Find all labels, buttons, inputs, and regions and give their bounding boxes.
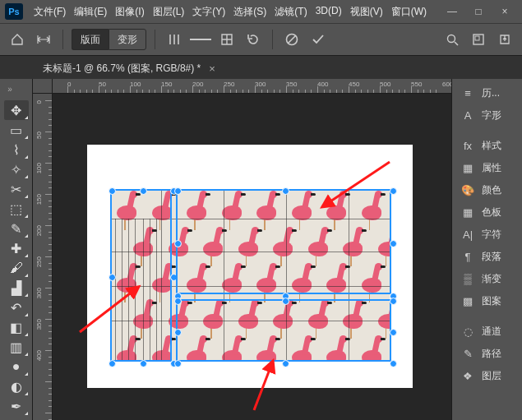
workspace-switcher-icon[interactable] xyxy=(468,29,489,50)
menu-item[interactable]: 选择(S) xyxy=(229,5,270,19)
lasso-tool[interactable]: ⌇ xyxy=(4,140,29,159)
ruler-vertical[interactable]: 050100150200250300350400 xyxy=(33,94,53,420)
svg-point-2 xyxy=(448,35,455,43)
panel-tab[interactable]: A|字符 xyxy=(452,224,522,246)
ruler-origin[interactable] xyxy=(33,79,53,94)
transform-handle[interactable] xyxy=(140,360,147,367)
panel-label: 色板 xyxy=(482,205,501,219)
panel-tab[interactable]: ◌通道 xyxy=(452,321,522,343)
transform-handle[interactable] xyxy=(109,274,116,281)
stamp-tool[interactable]: ▟ xyxy=(4,278,29,298)
toolbox: » ✥▭⌇✧✂⬚✎✚🖌▟↶◧▥●◐✒ xyxy=(0,79,33,420)
window-close-button[interactable]: × xyxy=(499,6,510,17)
rows-icon[interactable] xyxy=(190,29,211,50)
reset-icon[interactable] xyxy=(243,29,264,50)
transform-handle[interactable] xyxy=(174,240,182,247)
canvas-viewport[interactable] xyxy=(53,94,451,420)
panel-tab[interactable]: fx样式 xyxy=(452,135,522,157)
magic-wand-tool[interactable]: ✧ xyxy=(4,159,29,179)
columns-icon[interactable] xyxy=(164,29,185,50)
transform-handle[interactable] xyxy=(390,329,397,336)
menu-item[interactable]: 文件(F) xyxy=(30,5,70,19)
menu-item[interactable]: 文字(Y) xyxy=(188,5,229,19)
healing-tool[interactable]: ✚ xyxy=(4,238,29,258)
transform-controls-icon[interactable] xyxy=(33,29,54,50)
document-tab-close-icon[interactable]: × xyxy=(209,63,215,74)
panel-tab[interactable]: ▩图案 xyxy=(452,290,522,312)
commit-icon[interactable] xyxy=(307,29,329,50)
transform-handle[interactable] xyxy=(140,187,147,195)
frame-tool[interactable]: ⬚ xyxy=(4,199,29,219)
svg-line-6 xyxy=(328,162,390,203)
transform-box-bottom[interactable] xyxy=(176,299,391,362)
brush-tool[interactable]: 🖌 xyxy=(4,258,29,278)
transform-handle[interactable] xyxy=(174,298,182,305)
panel-label: 通道 xyxy=(482,325,501,339)
panel-label: 属性 xyxy=(482,161,501,175)
blur-tool[interactable]: ● xyxy=(4,357,29,376)
transform-handle[interactable] xyxy=(109,187,116,195)
marquee-tool[interactable]: ▭ xyxy=(4,120,29,140)
panel-tab[interactable]: 🎨颜色 xyxy=(452,179,522,201)
panel-icon: ▩ xyxy=(460,295,475,307)
panel-label: 字形 xyxy=(482,108,501,122)
transform-handle[interactable] xyxy=(282,298,289,305)
workspace: » ✥▭⌇✧✂⬚✎✚🖌▟↶◧▥●◐✒ 050100150200250300350… xyxy=(0,79,522,420)
cancel-icon[interactable] xyxy=(281,29,303,50)
panels-dock: ≡历...A字形fx样式▦属性🎨颜色▦色板A|字符¶段落▒渐变▩图案◌通道✎路径… xyxy=(451,79,522,420)
tab-layout[interactable]: 版面 xyxy=(72,29,109,50)
eraser-tool[interactable]: ◧ xyxy=(4,317,29,337)
annotation-arrow xyxy=(316,158,398,219)
tab-warp[interactable]: 变形 xyxy=(109,29,146,50)
menu-item[interactable]: 图层(L) xyxy=(149,5,189,19)
menu-item[interactable]: 3D(D) xyxy=(312,5,346,19)
svg-rect-5 xyxy=(475,36,479,40)
panel-tab[interactable]: ▦色板 xyxy=(452,201,522,224)
panel-label: 字符 xyxy=(482,228,501,242)
eyedropper-tool[interactable]: ✎ xyxy=(4,219,29,238)
menu-item[interactable]: 滤镜(T) xyxy=(270,5,311,19)
panel-label: 段落 xyxy=(482,250,501,264)
panel-icon: ▦ xyxy=(460,206,475,219)
transform-handle[interactable] xyxy=(282,187,289,195)
move-tool[interactable]: ✥ xyxy=(4,100,29,120)
transform-handle[interactable] xyxy=(390,240,397,247)
panel-tab[interactable]: ¶段落 xyxy=(452,246,522,268)
pen-tool[interactable]: ✒ xyxy=(4,396,29,416)
panel-tab[interactable]: A字形 xyxy=(452,104,522,127)
search-icon[interactable] xyxy=(441,29,463,50)
panel-tab[interactable]: ▦属性 xyxy=(452,157,522,179)
grid-icon[interactable] xyxy=(216,29,238,50)
transform-handle[interactable] xyxy=(174,187,182,195)
dodge-tool[interactable]: ◐ xyxy=(4,376,29,396)
share-icon[interactable] xyxy=(494,29,515,50)
transform-handle[interactable] xyxy=(174,329,182,336)
gradient-tool[interactable]: ▥ xyxy=(4,337,29,357)
panel-tab[interactable]: ▒渐变 xyxy=(452,268,522,290)
ruler-horizontal[interactable]: 050100150200250300350400450500550600 xyxy=(53,79,451,94)
transform-handle[interactable] xyxy=(109,360,116,367)
panel-tab[interactable]: ✎路径 xyxy=(452,343,522,365)
menu-item[interactable]: 图像(I) xyxy=(111,5,148,19)
transform-handle[interactable] xyxy=(390,298,397,305)
panel-tab[interactable]: ≡历... xyxy=(452,82,522,104)
menu-item[interactable]: 窗口(W) xyxy=(387,5,431,19)
home-icon[interactable] xyxy=(7,29,28,50)
transform-handle[interactable] xyxy=(174,360,182,367)
window-maximize-button[interactable]: □ xyxy=(473,6,484,17)
panel-icon: A xyxy=(460,109,475,122)
window-minimize-button[interactable]: — xyxy=(446,6,458,17)
history-brush-tool[interactable]: ↶ xyxy=(4,298,29,317)
toolbox-expand-icon[interactable]: » xyxy=(5,82,15,95)
menu-item[interactable]: 编辑(E) xyxy=(70,5,111,19)
options-bar: 版面 变形 xyxy=(0,23,522,56)
panel-label: 历... xyxy=(482,86,500,100)
panel-icon: ✎ xyxy=(460,348,475,360)
document-tab[interactable]: 未标题-1 @ 66.7% (图案, RGB/8#) * × xyxy=(36,58,222,79)
transform-handle[interactable] xyxy=(390,360,397,367)
panel-tab[interactable]: ❖图层 xyxy=(452,365,522,387)
annotation-arrow xyxy=(225,361,307,420)
crop-tool[interactable]: ✂ xyxy=(4,179,29,199)
menu-item[interactable]: 视图(V) xyxy=(346,5,387,19)
panel-icon: ≡ xyxy=(460,87,475,99)
